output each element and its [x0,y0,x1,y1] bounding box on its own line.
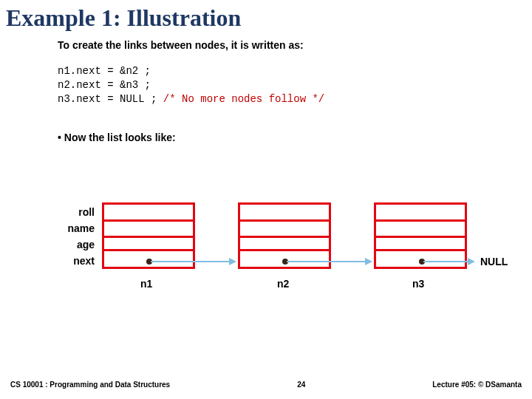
footer-page-number: 24 [170,381,432,389]
field-age: age [58,236,95,253]
field-roll: roll [58,204,95,220]
code-line-2: n2.next = &n3 ; [58,78,510,92]
code-line-3: n3.next = NULL ; /* No more nodes follow… [58,92,510,106]
arrow-n2-n3 [287,261,365,262]
slide-title: Example 1: Illustration [0,0,532,39]
label-n1: n1 [140,278,152,290]
code-comment: /* No more nodes follow */ [163,93,324,105]
field-next: next [58,253,95,269]
intro-text: To create the links between nodes, it is… [58,39,510,51]
code-line-1: n1.next = &n2 ; [58,64,510,78]
slide-footer: CS 10001 : Programming and Data Structur… [10,381,522,389]
label-n2: n2 [277,278,289,290]
field-name: name [58,220,95,236]
label-null: NULL [480,256,508,267]
arrow-n3-null [423,261,468,262]
field-labels: roll name age next [58,204,95,269]
arrow-n1-n2 [151,261,229,262]
linked-list-diagram: roll name age next n1 n2 NULL n3 [0,200,532,318]
label-n3: n3 [412,278,424,290]
footer-left: CS 10001 : Programming and Data Structur… [10,381,170,389]
footer-right: Lecture #05: © DSamanta [432,381,522,389]
bullet-text: • Now the list looks like: [58,132,510,143]
code-block: n1.next = &n2 ; n2.next = &n3 ; n3.next … [58,64,510,106]
